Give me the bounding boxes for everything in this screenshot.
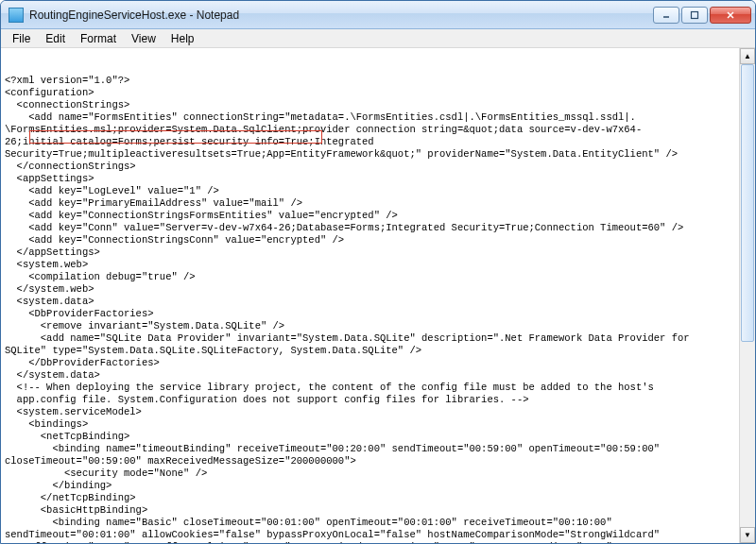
scroll-down-arrow-icon[interactable]: ▼ [740,527,755,543]
menubar: File Edit Format View Help [1,29,755,48]
menu-help[interactable]: Help [163,30,202,47]
scroll-thumb[interactable] [741,64,754,342]
menu-format[interactable]: Format [73,30,124,47]
text-editor[interactable]: <?xml version="1.0"?> <configuration> <c… [1,48,755,543]
scroll-track[interactable] [740,64,755,527]
maximize-button[interactable] [681,7,708,24]
menu-file[interactable]: File [5,30,38,47]
file-content[interactable]: <?xml version="1.0"?> <configuration> <c… [5,75,751,543]
notepad-icon [9,8,24,23]
minimize-button[interactable] [653,7,679,24]
menu-view[interactable]: View [124,30,163,47]
svg-rect-1 [692,11,698,18]
editor-wrapper: <?xml version="1.0"?> <configuration> <c… [1,48,755,543]
vertical-scrollbar[interactable]: ▲ ▼ [739,48,755,543]
window-controls [653,7,751,24]
menu-edit[interactable]: Edit [38,30,73,47]
close-button[interactable] [710,7,751,24]
window-title: RoutingEngineServiceHost.exe - Notepad [29,8,653,22]
scroll-up-arrow-icon[interactable]: ▲ [740,48,755,64]
titlebar[interactable]: RoutingEngineServiceHost.exe - Notepad [1,1,755,29]
